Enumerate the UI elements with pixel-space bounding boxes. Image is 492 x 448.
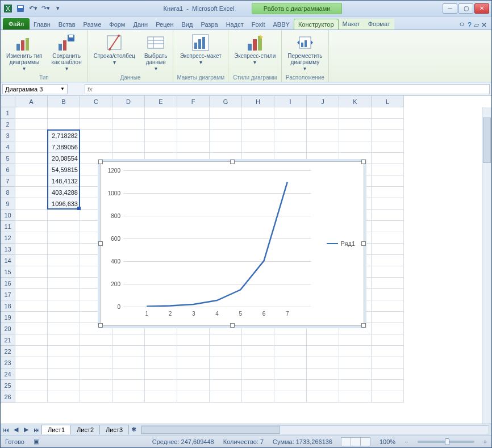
tab-abby[interactable]: ABBY xyxy=(269,19,294,30)
save-icon[interactable] xyxy=(15,3,26,14)
cell[interactable] xyxy=(112,119,145,130)
cell[interactable] xyxy=(307,334,339,346)
cell[interactable] xyxy=(48,357,80,369)
tab-главн[interactable]: Главн xyxy=(30,19,55,30)
cell[interactable]: 7,389056 xyxy=(48,141,80,153)
column-header[interactable]: B xyxy=(48,96,80,107)
ribbon-layout-button[interactable]: Экспресс-макет▾ xyxy=(178,32,224,66)
sheet-tab[interactable]: Лист3 xyxy=(99,425,129,434)
cell[interactable] xyxy=(177,119,210,130)
cell[interactable] xyxy=(372,141,404,153)
cell[interactable] xyxy=(210,107,242,119)
column-header[interactable]: E xyxy=(145,96,177,107)
cell[interactable] xyxy=(372,119,404,130)
cell[interactable] xyxy=(15,255,48,266)
row-header[interactable]: 13 xyxy=(1,244,15,255)
row-header[interactable]: 8 xyxy=(1,187,15,198)
cell[interactable] xyxy=(112,380,145,391)
tab-надст[interactable]: Надст xyxy=(222,19,248,30)
column-header[interactable]: K xyxy=(339,96,372,107)
cell[interactable] xyxy=(339,380,372,391)
cell[interactable] xyxy=(145,119,177,130)
cell[interactable] xyxy=(48,346,80,357)
tab-рецен[interactable]: Рецен xyxy=(152,19,177,30)
cell[interactable] xyxy=(339,369,372,380)
view-normal-button[interactable] xyxy=(341,437,351,446)
cell[interactable] xyxy=(15,210,48,221)
cell[interactable] xyxy=(15,266,48,278)
cell[interactable] xyxy=(307,130,339,141)
row-header[interactable]: 16 xyxy=(1,278,15,289)
sheet-tab[interactable]: Лист2 xyxy=(70,425,100,434)
cell[interactable] xyxy=(210,141,242,153)
cell[interactable] xyxy=(274,119,307,130)
cell[interactable] xyxy=(15,187,48,198)
cell[interactable] xyxy=(48,391,80,403)
cell[interactable] xyxy=(48,221,80,232)
cell[interactable] xyxy=(372,266,404,278)
cell[interactable] xyxy=(80,334,112,346)
cell[interactable] xyxy=(145,334,177,346)
cell[interactable] xyxy=(15,289,48,300)
cell[interactable] xyxy=(48,334,80,346)
column-header[interactable]: C xyxy=(80,96,112,107)
close-button[interactable]: ✕ xyxy=(474,3,489,14)
row-header[interactable]: 24 xyxy=(1,369,15,380)
column-header[interactable]: J xyxy=(307,96,339,107)
cell[interactable] xyxy=(242,107,274,119)
row-header[interactable]: 1 xyxy=(1,107,15,119)
cell[interactable] xyxy=(15,323,48,334)
cell[interactable] xyxy=(274,141,307,153)
cell[interactable] xyxy=(112,141,145,153)
ribbon-save-button[interactable]: Сохранитькак шаблон▾ xyxy=(49,32,84,73)
cell[interactable]: 20,08554 xyxy=(48,153,80,164)
ribbon-select-button[interactable]: Выбратьданные▾ xyxy=(142,32,169,73)
formula-input[interactable]: fx xyxy=(85,84,490,94)
cell[interactable] xyxy=(372,164,404,175)
cell[interactable] xyxy=(372,334,404,346)
cell[interactable] xyxy=(80,119,112,130)
cell[interactable] xyxy=(80,357,112,369)
cell[interactable] xyxy=(80,380,112,391)
cell[interactable] xyxy=(372,187,404,198)
cell[interactable] xyxy=(372,255,404,266)
cell[interactable] xyxy=(112,357,145,369)
cell[interactable] xyxy=(15,232,48,244)
tab-макет[interactable]: Макет xyxy=(339,19,364,30)
row-header[interactable]: 20 xyxy=(1,323,15,334)
cell[interactable] xyxy=(339,141,372,153)
cell[interactable] xyxy=(48,278,80,289)
cell[interactable]: 54,59815 xyxy=(48,164,80,175)
fx-icon[interactable]: fx xyxy=(87,86,93,93)
doc-close-icon[interactable]: ✕ xyxy=(481,21,487,29)
cell[interactable] xyxy=(15,369,48,380)
cell[interactable] xyxy=(242,141,274,153)
cell[interactable] xyxy=(339,391,372,403)
cell[interactable] xyxy=(210,334,242,346)
cell[interactable] xyxy=(372,198,404,210)
cell[interactable] xyxy=(307,141,339,153)
sheet-nav-next-icon[interactable]: ▶ xyxy=(21,425,31,435)
cell[interactable]: 148,4132 xyxy=(48,175,80,187)
cell[interactable] xyxy=(48,300,80,312)
cell[interactable] xyxy=(307,346,339,357)
row-header[interactable]: 15 xyxy=(1,266,15,278)
sheet-nav-first-icon[interactable]: ⏮ xyxy=(1,425,11,435)
cell[interactable] xyxy=(112,369,145,380)
cell[interactable] xyxy=(15,107,48,119)
cell[interactable] xyxy=(15,198,48,210)
cell[interactable] xyxy=(372,300,404,312)
cell[interactable] xyxy=(80,369,112,380)
cell[interactable] xyxy=(177,130,210,141)
cell[interactable] xyxy=(242,380,274,391)
cell[interactable] xyxy=(15,278,48,289)
cell[interactable] xyxy=(210,380,242,391)
tab-вид[interactable]: Вид xyxy=(178,19,197,30)
cell[interactable] xyxy=(15,391,48,403)
tab-file[interactable]: Файл xyxy=(3,18,30,30)
tab-конструктор[interactable]: Конструктор xyxy=(294,19,339,30)
column-header[interactable]: G xyxy=(210,96,242,107)
cell[interactable] xyxy=(307,380,339,391)
cell[interactable] xyxy=(274,130,307,141)
cell[interactable] xyxy=(339,107,372,119)
